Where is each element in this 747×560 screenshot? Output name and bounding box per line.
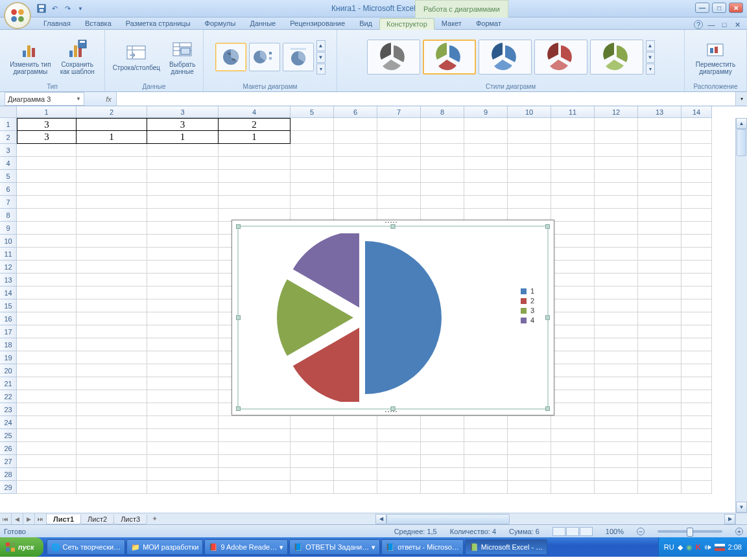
cell[interactable] xyxy=(421,157,464,170)
cell[interactable]: 1 xyxy=(147,131,219,144)
cell[interactable] xyxy=(551,481,595,494)
cell[interactable] xyxy=(464,468,508,481)
col-header[interactable]: 1 xyxy=(17,106,77,118)
cell[interactable] xyxy=(551,118,595,131)
cell[interactable] xyxy=(17,351,77,364)
cell[interactable] xyxy=(219,429,290,442)
cell[interactable] xyxy=(77,429,147,442)
cell[interactable] xyxy=(147,248,219,261)
cell[interactable] xyxy=(595,144,638,157)
cell[interactable] xyxy=(17,170,77,183)
cell[interactable] xyxy=(147,209,219,222)
cell[interactable] xyxy=(77,170,147,183)
cell[interactable] xyxy=(17,261,77,274)
col-header[interactable]: 13 xyxy=(638,106,682,118)
tray-icon[interactable]: ◉ xyxy=(686,543,693,552)
cell[interactable] xyxy=(377,144,421,157)
tray-lang[interactable]: RU xyxy=(664,543,674,551)
cell[interactable] xyxy=(638,274,682,286)
office-button[interactable] xyxy=(4,2,31,29)
cell[interactable] xyxy=(682,481,712,494)
minimize-button[interactable]: — xyxy=(695,3,709,13)
row-header[interactable]: 8 xyxy=(0,209,17,222)
row-header[interactable]: 21 xyxy=(0,377,17,390)
cell[interactable] xyxy=(219,170,290,183)
cell[interactable] xyxy=(638,403,682,416)
cell[interactable] xyxy=(551,455,595,468)
cell[interactable] xyxy=(682,390,712,403)
layout-down-icon[interactable]: ▼ xyxy=(316,52,326,63)
chart-style-5[interactable] xyxy=(590,40,643,75)
cell[interactable] xyxy=(334,429,377,442)
col-header[interactable]: 5 xyxy=(290,106,334,118)
cell[interactable] xyxy=(682,468,712,481)
cell[interactable] xyxy=(17,312,77,325)
cell[interactable] xyxy=(638,157,682,170)
cell[interactable] xyxy=(682,364,712,377)
cell[interactable] xyxy=(638,209,682,222)
cell[interactable] xyxy=(464,429,508,442)
cell[interactable] xyxy=(77,286,147,299)
legend-item[interactable]: 4 xyxy=(521,316,534,324)
cell[interactable] xyxy=(290,468,334,481)
cell[interactable] xyxy=(682,131,712,144)
scroll-left-icon[interactable]: ◀ xyxy=(375,514,386,524)
cell[interactable] xyxy=(682,157,712,170)
inner-close-icon[interactable]: ✕ xyxy=(733,20,742,29)
scroll-up-icon[interactable]: ▲ xyxy=(736,118,747,129)
cell[interactable] xyxy=(77,299,147,312)
cell[interactable] xyxy=(17,274,77,286)
row-header[interactable]: 20 xyxy=(0,364,17,377)
cell[interactable] xyxy=(290,118,334,131)
cell[interactable] xyxy=(334,170,377,183)
cell[interactable] xyxy=(595,157,638,170)
row-header[interactable]: 22 xyxy=(0,390,17,403)
style-up-icon[interactable]: ▲ xyxy=(646,40,655,51)
cell[interactable]: 2 xyxy=(219,118,290,131)
row-header[interactable]: 23 xyxy=(0,403,17,416)
select-all-corner[interactable] xyxy=(0,106,17,118)
cell[interactable] xyxy=(595,183,638,196)
tray-icon[interactable]: 🕪 xyxy=(704,543,711,551)
cell[interactable] xyxy=(551,377,595,390)
cell[interactable] xyxy=(77,338,147,351)
cell[interactable] xyxy=(17,144,77,157)
cell[interactable] xyxy=(17,416,77,429)
cell[interactable] xyxy=(551,222,595,235)
help-icon[interactable]: ? xyxy=(694,20,703,29)
sheet-tab[interactable]: Лист1 xyxy=(46,515,81,524)
cell[interactable] xyxy=(17,403,77,416)
cell[interactable] xyxy=(638,196,682,209)
cell[interactable] xyxy=(77,325,147,338)
cell[interactable] xyxy=(595,481,638,494)
row-header[interactable]: 24 xyxy=(0,416,17,429)
ribbon-minimize-icon[interactable]: — xyxy=(707,20,716,29)
cell[interactable] xyxy=(77,261,147,274)
cell[interactable] xyxy=(551,299,595,312)
cell[interactable]: 3 xyxy=(147,118,219,131)
cell[interactable] xyxy=(77,416,147,429)
cell[interactable] xyxy=(551,157,595,170)
cell[interactable] xyxy=(421,183,464,196)
chart-legend[interactable]: 1234 xyxy=(521,285,534,326)
cell[interactable] xyxy=(421,416,464,429)
row-header[interactable]: 12 xyxy=(0,261,17,274)
cell[interactable] xyxy=(421,144,464,157)
cell[interactable] xyxy=(595,403,638,416)
cell[interactable] xyxy=(508,196,551,209)
cell[interactable] xyxy=(290,157,334,170)
cell[interactable] xyxy=(17,235,77,248)
cell[interactable] xyxy=(508,144,551,157)
cell[interactable] xyxy=(682,299,712,312)
tab-данные[interactable]: Данные xyxy=(243,18,283,29)
chart-style-2[interactable] xyxy=(423,40,476,75)
cell[interactable] xyxy=(595,299,638,312)
cell[interactable] xyxy=(421,196,464,209)
save-template-button[interactable]: Сохранить как шаблон xyxy=(58,38,97,77)
name-box[interactable]: Диаграмма 3▼ xyxy=(5,92,84,106)
cell[interactable] xyxy=(147,377,219,390)
col-header[interactable]: 11 xyxy=(551,106,595,118)
cell[interactable] xyxy=(682,455,712,468)
cell[interactable] xyxy=(334,157,377,170)
cell[interactable] xyxy=(464,170,508,183)
